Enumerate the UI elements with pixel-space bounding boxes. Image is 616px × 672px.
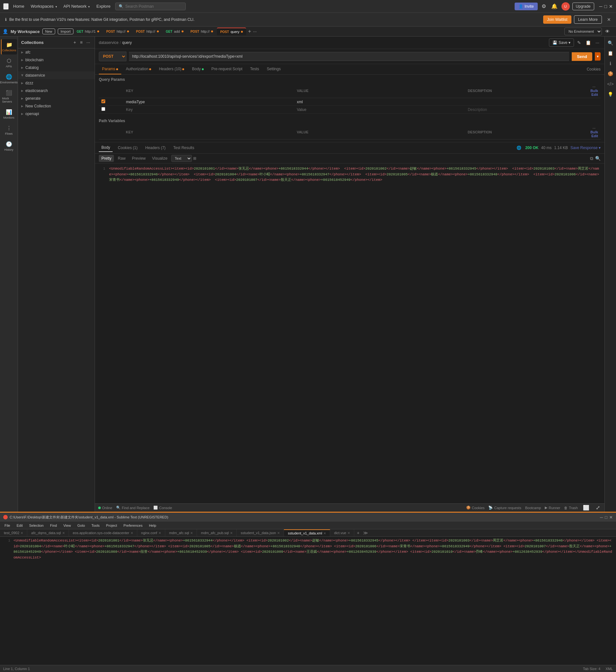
invite-button[interactable]: 👤 Invite	[515, 3, 538, 10]
url-input[interactable]	[129, 52, 569, 61]
param-key-input[interactable]	[126, 100, 291, 104]
maximize-button[interactable]: □	[604, 4, 607, 9]
collection-afc[interactable]: ▶ afc	[18, 48, 95, 56]
search-response-icon[interactable]: 🔍	[595, 156, 601, 161]
menu-selection[interactable]: Selection	[27, 523, 46, 528]
menu-tools[interactable]: Tools	[89, 523, 102, 528]
tab-tests[interactable]: Tests	[247, 64, 262, 74]
capture-status[interactable]: 📡 Capture requests	[488, 506, 521, 510]
settings-icon[interactable]: ⚙	[540, 2, 547, 11]
close-tab-icon[interactable]: ✕	[230, 531, 232, 535]
sidebar-item-collections[interactable]: 📁 Collections	[1, 39, 17, 55]
home-nav[interactable]: Home	[11, 3, 26, 10]
search-bar[interactable]: 🔍	[115, 3, 186, 10]
sublime-minimize[interactable]: ─	[600, 515, 603, 520]
tab-params[interactable]: Params	[99, 64, 121, 74]
save-button[interactable]: 💾 Save ▾	[549, 38, 574, 47]
sublime-tab-afc[interactable]: afc_dqms_data.sql ✕	[27, 529, 69, 536]
close-tab-icon[interactable]: ✕	[190, 531, 193, 535]
sidebar-item-flows[interactable]: ⋮ Flows	[1, 122, 17, 138]
close-tab-icon[interactable]: ✕	[21, 531, 23, 535]
banner-close-button[interactable]: ✕	[607, 15, 611, 24]
pv-more-icon[interactable]: ···	[593, 126, 595, 130]
sublime-tab-mdm-pub[interactable]: mdm_afc_pub.sql ✕	[197, 529, 237, 536]
menu-view[interactable]: View	[61, 523, 73, 528]
sublime-tab-test0902[interactable]: test_0902 ✕	[0, 529, 27, 536]
minimize-button[interactable]: ─	[599, 4, 603, 9]
menu-find[interactable]: Find	[48, 523, 59, 528]
right-panel-search[interactable]: 🔍	[606, 39, 614, 47]
close-tab-icon[interactable]: ✕	[62, 531, 65, 535]
sublime-tab-sstudent-xml[interactable]: sstudent_v1_data.xml ✕	[284, 529, 330, 536]
res-tab-test-results[interactable]: Test Results	[171, 144, 197, 152]
menu-goto[interactable]: Goto	[75, 523, 87, 528]
param-key-input-empty[interactable]	[126, 107, 291, 112]
collection-catalog[interactable]: ▶ Catalog	[18, 64, 95, 71]
collection-blockchain[interactable]: ▶ blockchain	[18, 56, 95, 64]
more-collections-button[interactable]: ···	[85, 39, 91, 46]
param-value-input-empty[interactable]	[297, 107, 463, 112]
close-button[interactable]: ✕	[609, 4, 613, 9]
body-tab-visualize[interactable]: Visualize	[149, 155, 170, 162]
sidebar-item-apis[interactable]: ⬡ APIs	[1, 55, 17, 71]
tab-get-add[interactable]: GET add	[163, 28, 187, 35]
notes-icon[interactable]: 📋	[584, 38, 592, 47]
tab-get-1[interactable]: GET http://1	[73, 28, 102, 35]
collection-new[interactable]: ▶ New Collection	[18, 102, 95, 110]
sidebar-item-mock-servers[interactable]: ⬛ Mock Servers	[1, 87, 17, 106]
sublime-maximize[interactable]: □	[605, 515, 607, 520]
filter-collections-button[interactable]: ≡	[79, 39, 84, 46]
collection-elasticsearch[interactable]: ▶ elasticsearch	[18, 87, 95, 95]
method-select[interactable]: POST GET PUT DELETE	[99, 52, 126, 61]
tab-settings[interactable]: Settings	[264, 64, 284, 74]
join-waitlist-button[interactable]: Join Waitlist	[543, 15, 571, 24]
workspaces-nav[interactable]: Workspaces ▾	[29, 3, 59, 10]
upgrade-button[interactable]: Upgrade	[572, 3, 594, 10]
hamburger-menu[interactable]: ☰	[3, 3, 9, 10]
expand-icon[interactable]: ⤢	[595, 503, 601, 512]
cookies-status[interactable]: 🍪 Cookies	[466, 506, 485, 510]
cookies-link[interactable]: Cookies	[587, 67, 601, 71]
body-tab-pretty[interactable]: Pretty	[99, 155, 114, 162]
bell-icon[interactable]: 🔔	[550, 2, 559, 11]
param-checkbox[interactable]	[101, 99, 105, 103]
sublime-tab-sstudent-json[interactable]: sstudent_v1_data.json ✕	[237, 529, 284, 536]
sublime-close[interactable]: ✕	[609, 515, 613, 520]
right-panel-info[interactable]: ℹ	[608, 60, 612, 67]
collection-dataservice[interactable]: ▶ dataservice	[18, 71, 95, 79]
sublime-tab-eos[interactable]: eos.application.sys-code-datacenter ✕	[69, 529, 137, 536]
search-input[interactable]	[125, 4, 182, 9]
close-tab-icon[interactable]: ✕	[348, 531, 350, 535]
new-button[interactable]: New	[42, 29, 55, 34]
right-panel-code[interactable]: </>	[606, 80, 615, 88]
param-checkbox[interactable]	[101, 107, 105, 111]
tab-post-query[interactable]: POST query	[217, 28, 246, 35]
copy-icon[interactable]: ⧉	[590, 156, 593, 161]
close-tab-icon[interactable]: ✕	[277, 531, 280, 535]
menu-project[interactable]: Project	[104, 523, 119, 528]
find-replace-btn[interactable]: 🔍 Find and Replace	[116, 506, 149, 510]
right-panel-cookie[interactable]: 🍪	[606, 70, 614, 78]
close-tab-icon[interactable]: ✕	[158, 531, 161, 535]
edit-icon[interactable]: ✎	[576, 38, 582, 47]
sidebar-item-environments[interactable]: 🌐 Environments	[1, 71, 17, 87]
add-collection-button[interactable]: +	[72, 39, 77, 46]
close-tab-icon[interactable]: ✕	[324, 532, 326, 535]
tab-headers[interactable]: Headers (10)	[156, 64, 187, 74]
menu-edit[interactable]: Edit	[15, 523, 25, 528]
menu-file[interactable]: File	[3, 523, 12, 528]
tab-pre-request[interactable]: Pre-request Script	[208, 64, 246, 74]
encoding-indicator[interactable]: XML	[605, 667, 613, 671]
menu-preferences[interactable]: Preferences	[122, 523, 144, 528]
bulk-edit-btn[interactable]: Bulk Edit	[590, 89, 598, 97]
add-tab-button[interactable]: +	[247, 27, 252, 36]
tab-size-indicator[interactable]: Tab Size: 4	[583, 667, 600, 671]
more-actions[interactable]: ···	[594, 38, 601, 47]
eye-icon[interactable]: 👁	[604, 28, 611, 35]
trash-status[interactable]: 🗑 Trash	[564, 506, 578, 510]
console-btn[interactable]: ⬜ Console	[153, 506, 172, 510]
api-network-nav[interactable]: API Network ▾	[62, 3, 92, 10]
save-response-btn[interactable]: Save Response ▾	[570, 146, 601, 150]
pv-bulk-edit-btn[interactable]: Bulk Edit	[590, 130, 598, 138]
breadcrumb-parent[interactable]: dataservice	[99, 40, 118, 45]
